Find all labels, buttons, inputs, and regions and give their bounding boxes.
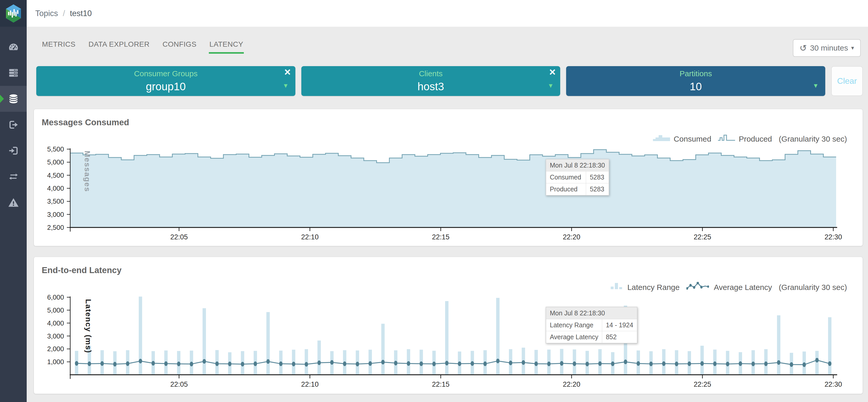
messages-consumed-chart[interactable]: 2,5003,0003,5004,0004,5005,0005,50022:05… [34, 109, 863, 247]
breadcrumb-section[interactable]: Topics [35, 9, 58, 18]
svg-text:22:10: 22:10 [301, 233, 319, 241]
filter-label: Partitions [680, 69, 712, 78]
filter-card-partitions[interactable]: Partitions10▾ [566, 66, 825, 96]
legend-label: Produced [739, 135, 772, 143]
panel-end-to-end-latency: 1,0002,0003,0004,0005,0006,00022:0522:10… [34, 257, 863, 394]
filter-value: 10 [690, 80, 702, 93]
arrow-in-icon [8, 145, 19, 156]
svg-text:4,500: 4,500 [47, 171, 64, 179]
sidebar-item-data-flow[interactable] [0, 164, 27, 190]
panel-title: Messages Consumed [42, 117, 129, 127]
svg-text:22:25: 22:25 [693, 233, 711, 241]
breadcrumb-current: test10 [70, 9, 92, 18]
sidebar-nav [0, 34, 27, 216]
svg-text:22:20: 22:20 [563, 233, 580, 241]
panel-title: End-to-end Latency [42, 265, 122, 275]
svg-text:2,000: 2,000 [47, 345, 64, 353]
exchange-arrows-icon [8, 171, 19, 182]
svg-text:22:05: 22:05 [170, 233, 188, 241]
legend-item-latency-range: Latency Range [611, 282, 680, 292]
chart-tooltip: Mon Jul 8 22:18:30 Consumed5283Produced5… [546, 159, 609, 196]
filter-card-consumer-groups[interactable]: ×Consumer Groupsgroup10▾ [36, 66, 296, 96]
svg-text:6,000: 6,000 [47, 293, 64, 301]
clear-filters-button[interactable]: Clear [831, 66, 863, 96]
sidebar-item-alerts[interactable] [0, 190, 27, 216]
refresh-icon: ↺ [800, 44, 807, 52]
sidebar-item-producers[interactable] [0, 112, 27, 138]
svg-text:5,000: 5,000 [47, 158, 64, 166]
svg-text:22:15: 22:15 [432, 233, 450, 241]
tooltip-header: Mon Jul 8 22:18:30 [546, 307, 637, 319]
chart-legend: Latency RangeAverage Latency (Granularit… [611, 282, 847, 292]
granularity-label: (Granularity 30 sec) [779, 135, 847, 143]
range-bars-icon [611, 282, 624, 292]
chevron-down-icon: ▾ [814, 81, 817, 90]
tabs: METRICSDATA EXPLORERCONFIGSLATENCY [41, 39, 244, 54]
tab-data-explorer[interactable]: DATA EXPLORER [88, 39, 150, 54]
close-icon[interactable]: × [284, 67, 291, 78]
svg-text:4,000: 4,000 [47, 184, 64, 192]
legend-item-average-latency: Average Latency [686, 282, 772, 292]
svg-text:Messages: Messages [83, 151, 92, 192]
tooltip-row: Average Latency852 [546, 331, 637, 343]
chart-tooltip: Mon Jul 8 22:18:30 Latency Range14 - 192… [546, 307, 638, 343]
sidebar-item-overview[interactable] [0, 34, 27, 60]
chevron-down-icon: ▾ [851, 45, 854, 51]
tooltip-header: Mon Jul 8 22:18:30 [546, 160, 609, 171]
sidebar-item-topics[interactable] [0, 86, 27, 112]
end-to-end-latency-chart[interactable]: 1,0002,0003,0004,0005,0006,00022:0522:10… [34, 257, 863, 394]
svg-text:3,500: 3,500 [47, 197, 64, 205]
granularity-label: (Granularity 30 sec) [779, 283, 847, 292]
svg-text:3,000: 3,000 [47, 332, 64, 340]
svg-text:Latency (ms): Latency (ms) [84, 299, 93, 353]
consumed-area-icon [653, 134, 670, 144]
time-range-button[interactable]: ↺ 30 minutes ▾ [793, 39, 861, 57]
svg-text:4,000: 4,000 [47, 319, 64, 327]
breadcrumb-separator: / [63, 9, 65, 18]
tab-metrics[interactable]: METRICS [41, 39, 76, 54]
tooltip-series-label: Latency Range [546, 319, 602, 331]
legend-item-consumed: Consumed [653, 134, 711, 144]
panel-messages-consumed: 2,5003,0003,5004,0004,5005,0005,50022:05… [34, 109, 863, 246]
filter-label: Consumer Groups [134, 69, 197, 78]
legend-label: Consumed [674, 135, 711, 143]
tooltip-series-label: Consumed [546, 171, 586, 183]
svg-text:1,000: 1,000 [47, 358, 64, 366]
svg-text:22:10: 22:10 [301, 380, 319, 388]
svg-text:2,500: 2,500 [47, 224, 64, 231]
legend-label: Latency Range [627, 283, 680, 292]
gauge-icon [8, 41, 19, 53]
filter-card-clients[interactable]: ×Clientshost3▾ [301, 66, 560, 96]
sidebar-item-brokers[interactable] [0, 60, 27, 86]
database-icon [7, 93, 20, 105]
tooltip-row: Produced5283 [546, 183, 609, 195]
tab-configs[interactable]: CONFIGS [162, 39, 197, 54]
arrow-out-icon [8, 119, 19, 131]
active-item-marker [0, 95, 4, 103]
breadcrumb: Topics / test10 [35, 9, 92, 18]
tooltip-row: Consumed5283 [546, 171, 609, 183]
svg-text:22:30: 22:30 [825, 233, 842, 241]
legend-item-produced: Produced [718, 134, 772, 144]
tab-bar: METRICSDATA EXPLORERCONFIGSLATENCY ↺ 30 … [34, 39, 863, 58]
main-area: Topics / test10 METRICSDATA EXPLORERCONF… [27, 0, 868, 402]
filter-value: host3 [417, 80, 444, 93]
svg-text:22:15: 22:15 [432, 380, 450, 388]
chart-legend: ConsumedProduced (Granularity 30 sec) [653, 134, 847, 144]
filter-value: group10 [146, 80, 186, 93]
sidebar-item-consumers[interactable] [0, 138, 27, 164]
warning-icon [7, 197, 20, 208]
close-icon[interactable]: × [549, 67, 556, 78]
svg-text:5,000: 5,000 [47, 306, 64, 314]
chevron-down-icon: ▾ [284, 81, 288, 90]
tab-latency[interactable]: LATENCY [209, 39, 244, 54]
svg-text:3,000: 3,000 [47, 210, 64, 219]
svg-text:22:20: 22:20 [563, 380, 580, 388]
produced-line-icon [718, 134, 735, 144]
app-root: Topics / test10 METRICSDATA EXPLORERCONF… [0, 0, 868, 402]
app-logo[interactable] [0, 0, 27, 27]
tooltip-row: Latency Range14 - 1924 [546, 319, 637, 331]
svg-text:22:05: 22:05 [170, 380, 188, 388]
avg-line-icon [686, 282, 710, 292]
tooltip-series-label: Average Latency [546, 331, 602, 343]
